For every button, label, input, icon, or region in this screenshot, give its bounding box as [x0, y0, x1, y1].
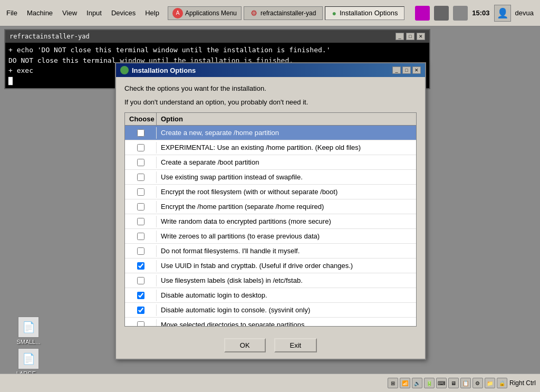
- dialog-close[interactable]: ✕: [412, 66, 421, 74]
- checkbox-input-1[interactable]: [137, 129, 144, 137]
- checkbox-input-7[interactable]: [137, 218, 144, 225]
- option-row-9[interactable]: Do not format filesystems. I'll handle i…: [125, 244, 416, 259]
- option-checkbox-11: [125, 275, 157, 286]
- desktop-icon-large[interactable]: 📄 LARGE...: [9, 348, 47, 377]
- taskbar-bottom: ⊞ 📶 🔊 🔋 ⌨ 🖥 📋 ⚙ 📁 🔒 Right Ctrl: [0, 374, 540, 392]
- option-row-1[interactable]: Create a new, separate /home partition: [125, 126, 416, 140]
- options-header: Choose Option: [125, 113, 416, 126]
- option-label-7: Write random data to encrypted partition…: [157, 215, 416, 227]
- option-checkbox-10: [125, 260, 157, 272]
- option-checkbox-7: [125, 216, 157, 227]
- option-row-2[interactable]: EXPERIMENTAL: Use an existing /home part…: [125, 140, 416, 155]
- option-row-13[interactable]: Disable automatic login to console. (sys…: [125, 303, 416, 318]
- option-row-14[interactable]: Move selected directories to separate pa…: [125, 318, 416, 326]
- terminal-close[interactable]: ✕: [417, 33, 425, 40]
- option-label-10: Use UUID in fstab and crypttab. (Useful …: [157, 260, 416, 272]
- option-row-4[interactable]: Use existing swap partition instead of s…: [125, 170, 416, 185]
- taskbar-top: File Machine View Input Devices Help A A…: [0, 0, 540, 26]
- menu-devices[interactable]: Devices: [107, 8, 140, 18]
- checkbox-input-10[interactable]: [137, 262, 144, 270]
- vm-icon2: [434, 6, 449, 21]
- option-label-5: Encrypt the root filesystem (with or wit…: [157, 186, 416, 198]
- header-option: Option: [157, 113, 416, 125]
- options-scroll[interactable]: Create a new, separate /home partitionEX…: [125, 126, 416, 326]
- installer-taskbar-button[interactable]: ⚙ refractainstaller-yad: [244, 6, 323, 20]
- desktop-icon-small[interactable]: 📄 SMALL...: [9, 317, 47, 345]
- tray-icon-9: 📁: [485, 378, 495, 388]
- menu-view[interactable]: View: [58, 8, 81, 18]
- option-row-6[interactable]: Encrypt the /home partition (separate /h…: [125, 199, 416, 214]
- dialog-minimize[interactable]: _: [392, 66, 401, 74]
- applications-menu-button[interactable]: A Applications Menu: [168, 6, 242, 20]
- option-checkbox-13: [125, 304, 157, 316]
- user-label: devua: [515, 9, 534, 17]
- option-label-9: Do not format filesystems. I'll handle i…: [157, 245, 416, 257]
- option-row-11[interactable]: Use filesystem labels (disk labels) in /…: [125, 273, 416, 288]
- tray-icons: ⊞ 📶 🔊 🔋 ⌨ 🖥 📋 ⚙ 📁 🔒: [388, 378, 507, 388]
- option-row-7[interactable]: Write random data to encrypted partition…: [125, 214, 416, 229]
- option-label-11: Use filesystem labels (disk labels) in /…: [157, 274, 416, 286]
- tray-icon-7: 📋: [460, 378, 471, 388]
- menu-machine[interactable]: Machine: [23, 8, 57, 18]
- dialog-title-text: Installation Options: [132, 66, 196, 74]
- checkbox-input-5[interactable]: [137, 188, 144, 196]
- menu-help[interactable]: Help: [141, 8, 163, 18]
- menu-bar: File Machine View Input Devices Help: [2, 8, 163, 18]
- menu-file[interactable]: File: [2, 8, 22, 18]
- options-taskbar-label: Installation Options: [340, 9, 398, 17]
- taskbar-bottom-right: ⊞ 📶 🔊 🔋 ⌨ 🖥 📋 ⚙ 📁 🔒 Right Ctrl: [388, 378, 536, 388]
- desktop-icon-small-img: 📄: [18, 317, 39, 338]
- option-label-14: Move selected directories to separate pa…: [157, 319, 416, 326]
- options-icon: ●: [332, 9, 336, 17]
- checkbox-input-14[interactable]: [137, 321, 144, 327]
- checkbox-input-9[interactable]: [137, 247, 144, 255]
- tray-icon-2: 📶: [400, 378, 410, 388]
- option-row-12[interactable]: Disable automatic login to desktop.: [125, 288, 416, 303]
- installation-options-taskbar-button[interactable]: ● Installation Options: [325, 6, 404, 20]
- vm-icon: [415, 6, 430, 21]
- option-checkbox-9: [125, 245, 157, 257]
- dialog-controls: _ □ ✕: [392, 66, 421, 74]
- tray-icon-8: ⚙: [472, 378, 483, 388]
- option-label-4: Use existing swap partition instead of s…: [157, 171, 416, 183]
- option-label-2: EXPERIMENTAL: Use an existing /home part…: [157, 141, 416, 154]
- option-row-8[interactable]: Write zeroes to all partitions (to erase…: [125, 229, 416, 244]
- tray-icon-4: 🔋: [424, 378, 435, 388]
- option-checkbox-12: [125, 290, 157, 301]
- option-label-6: Encrypt the /home partition (separate /h…: [157, 200, 416, 213]
- dialog-desc1: Check the options you want for the insta…: [124, 83, 417, 94]
- checkbox-input-11[interactable]: [137, 277, 144, 284]
- desktop-icon-large-img: 📄: [18, 348, 39, 369]
- checkbox-input-8[interactable]: [137, 233, 144, 240]
- dialog-footer: OK Exit: [116, 333, 425, 359]
- checkbox-input-3[interactable]: [137, 159, 144, 166]
- installer-label: refractainstaller-yad: [261, 9, 316, 17]
- tray-icon-3: 🔊: [412, 378, 422, 388]
- dialog-desc2: If you don't understand an option, you p…: [124, 97, 417, 108]
- option-label-1: Create a new, separate /home partition: [157, 127, 416, 139]
- option-row-10[interactable]: Use UUID in fstab and crypttab. (Useful …: [125, 259, 416, 273]
- option-row-3[interactable]: Create a separate /boot partition: [125, 155, 416, 170]
- option-checkbox-1: [125, 127, 157, 139]
- dialog-maximize[interactable]: □: [402, 66, 411, 74]
- exit-button[interactable]: Exit: [274, 338, 317, 352]
- terminal-minimize[interactable]: _: [396, 33, 404, 40]
- ok-button[interactable]: OK: [224, 338, 266, 352]
- checkbox-input-2[interactable]: [137, 144, 144, 151]
- right-ctrl-label: Right Ctrl: [509, 379, 536, 387]
- menu-input[interactable]: Input: [82, 8, 106, 18]
- checkbox-input-4[interactable]: [137, 174, 144, 181]
- option-row-5[interactable]: Encrypt the root filesystem (with or wit…: [125, 185, 416, 199]
- app-menu-label: Applications Menu: [185, 9, 237, 17]
- option-checkbox-14: [125, 319, 157, 327]
- terminal-titlebar: refractainstaller-yad _ □ ✕: [5, 30, 429, 43]
- tray-icon-5: ⌨: [436, 378, 447, 388]
- terminal-maximize[interactable]: □: [406, 33, 414, 40]
- taskbar-right: 15:03 👤 devua: [415, 5, 538, 22]
- checkbox-input-12[interactable]: [137, 292, 144, 299]
- checkbox-input-13[interactable]: [137, 307, 144, 314]
- installer-icon: ⚙: [250, 9, 257, 17]
- option-checkbox-2: [125, 142, 157, 154]
- checkbox-input-6[interactable]: [137, 203, 144, 211]
- option-label-8: Write zeroes to all partitions (to erase…: [157, 230, 416, 242]
